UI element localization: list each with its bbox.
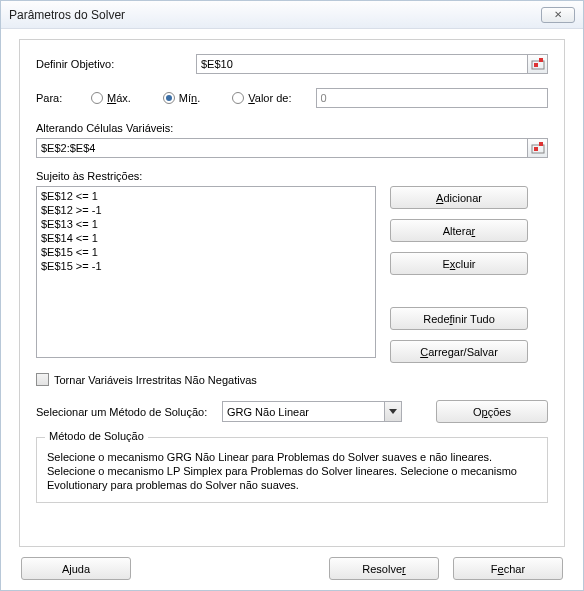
- list-item[interactable]: $E$12 <= 1: [41, 189, 371, 203]
- help-button[interactable]: Ajuda: [21, 557, 131, 580]
- radio-icon: [163, 92, 175, 104]
- radio-valor-de[interactable]: Valor de:: [232, 92, 291, 104]
- constraints-area: $E$12 <= 1$E$12 >= -1$E$13 <= 1$E$14 <= …: [36, 186, 548, 363]
- vars-label: Alterando Células Variáveis:: [36, 122, 548, 134]
- add-button[interactable]: Adicionar: [390, 186, 528, 209]
- checkbox-icon: [36, 373, 49, 386]
- solve-button[interactable]: Resolver: [329, 557, 439, 580]
- svg-rect-1: [534, 63, 538, 67]
- para-row: Para: Máx. Mín. Valor de:: [36, 88, 548, 108]
- list-item[interactable]: $E$14 <= 1: [41, 231, 371, 245]
- collapse-dialog-icon: [531, 141, 545, 155]
- dialog-content: Definir Objetivo: Para: Máx.: [1, 29, 583, 591]
- change-button[interactable]: Alterar: [390, 219, 528, 242]
- nonneg-checkbox-row[interactable]: Tornar Variáveis Irrestritas Não Negativ…: [36, 373, 548, 386]
- load-save-button[interactable]: Carregar/Salvar: [390, 340, 528, 363]
- method-select-value: GRG Não Linear: [222, 401, 402, 422]
- window-title: Parâmetros do Solver: [9, 8, 125, 22]
- valor-de-input[interactable]: [316, 88, 548, 108]
- collapse-dialog-icon: [531, 57, 545, 71]
- radio-max[interactable]: Máx.: [91, 92, 131, 104]
- list-item[interactable]: $E$13 <= 1: [41, 217, 371, 231]
- method-label: Selecionar um Método de Solução:: [36, 406, 212, 418]
- close-button[interactable]: ✕: [541, 7, 575, 23]
- radio-group: Máx. Mín. Valor de:: [91, 92, 292, 104]
- vars-ref-button[interactable]: [528, 138, 548, 158]
- radio-valor-label: Valor de:: [248, 92, 291, 104]
- delete-button[interactable]: Excluir: [390, 252, 528, 275]
- vars-input[interactable]: [36, 138, 528, 158]
- vars-row: [36, 138, 548, 158]
- objective-input[interactable]: [196, 54, 528, 74]
- objective-row: Definir Objetivo:: [36, 54, 548, 74]
- list-item[interactable]: $E$15 <= 1: [41, 245, 371, 259]
- list-item[interactable]: $E$12 >= -1: [41, 203, 371, 217]
- close-dialog-button[interactable]: Fechar: [453, 557, 563, 580]
- svg-rect-2: [539, 58, 543, 62]
- objective-label: Definir Objetivo:: [36, 58, 196, 70]
- reset-button[interactable]: Redefinir Tudo: [390, 307, 528, 330]
- para-label: Para:: [36, 92, 91, 104]
- list-item[interactable]: $E$15 >= -1: [41, 259, 371, 273]
- objective-ref-button[interactable]: [528, 54, 548, 74]
- radio-icon: [232, 92, 244, 104]
- svg-rect-4: [534, 147, 538, 151]
- chevron-down-icon: [384, 402, 401, 421]
- info-box-text: Selecione o mecanismo GRG Não Linear par…: [47, 450, 537, 492]
- options-button[interactable]: Opções: [436, 400, 548, 423]
- titlebar[interactable]: Parâmetros do Solver ✕: [1, 1, 583, 29]
- radio-icon: [91, 92, 103, 104]
- radio-min[interactable]: Mín.: [163, 92, 200, 104]
- method-select[interactable]: GRG Não Linear: [222, 401, 402, 422]
- nonneg-checkbox-label: Tornar Variáveis Irrestritas Não Negativ…: [54, 374, 257, 386]
- radio-min-label: Mín.: [179, 92, 200, 104]
- solver-dialog: Parâmetros do Solver ✕ Definir Objetivo:…: [0, 0, 584, 591]
- constraint-buttons: Adicionar Alterar Excluir Redefinir Tudo…: [390, 186, 528, 363]
- constraints-label: Sujeito às Restrições:: [36, 170, 548, 182]
- constraints-listbox[interactable]: $E$12 <= 1$E$12 >= -1$E$13 <= 1$E$14 <= …: [36, 186, 376, 358]
- close-icon: ✕: [554, 9, 562, 20]
- inner-frame: Definir Objetivo: Para: Máx.: [19, 39, 565, 547]
- svg-rect-5: [539, 142, 543, 146]
- info-box-title: Método de Solução: [45, 430, 148, 442]
- method-info-box: Método de Solução Selecione o mecanismo …: [36, 437, 548, 503]
- radio-max-label: Máx.: [107, 92, 131, 104]
- dialog-footer: Ajuda Resolver Fechar: [19, 557, 565, 580]
- method-row: Selecionar um Método de Solução: GRG Não…: [36, 400, 548, 423]
